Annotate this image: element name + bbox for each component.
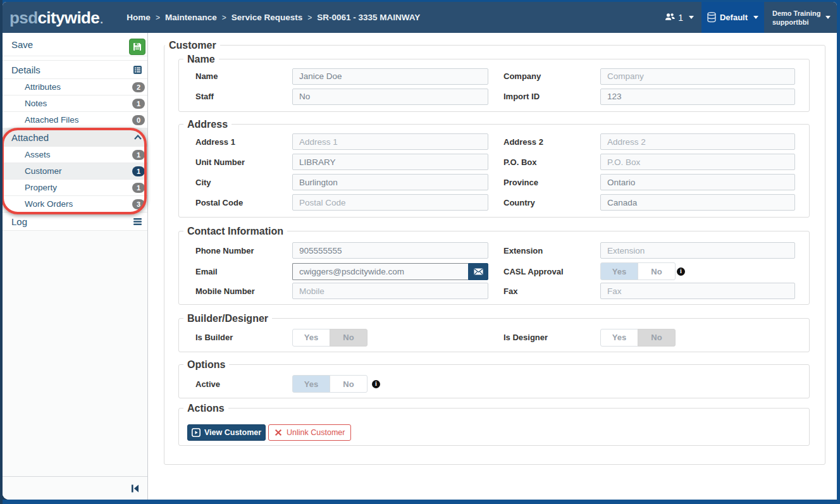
breadcrumb-current-page: SR-0061 - 3335 MAINWAY — [317, 13, 420, 22]
sidebar-item-notes[interactable]: Notes 1 — [3, 95, 147, 112]
postal-code-input[interactable] — [292, 194, 488, 211]
name-section-title: Name — [183, 53, 219, 65]
breadcrumb-separator: > — [307, 13, 312, 22]
logo-prefix: psd — [9, 9, 37, 26]
name-input[interactable] — [292, 68, 488, 85]
sidebar-item-attributes[interactable]: Attributes 2 — [3, 79, 147, 95]
times-icon — [275, 429, 287, 436]
options-section-title: Options — [183, 359, 229, 371]
sessions-dropdown[interactable]: 1 — [665, 13, 694, 23]
city-field-label: City — [195, 178, 292, 187]
user-account-name: supportbbi — [772, 18, 820, 27]
navbar-right-group: 1 Default Demo T — [665, 2, 837, 33]
options-section: Options Active Yes No i — [178, 359, 810, 398]
active-yes-button[interactable]: Yes — [292, 375, 330, 393]
address2-input[interactable] — [600, 133, 795, 150]
sidebar-section-log[interactable]: Log — [3, 212, 147, 231]
breadcrumb-service-requests[interactable]: Service Requests — [232, 13, 303, 22]
sidebar-item-attached-files[interactable]: Attached Files 0 — [3, 112, 147, 128]
mobile-input[interactable] — [292, 283, 488, 299]
assets-count-badge: 1 — [132, 150, 145, 160]
sidebar-item-customer[interactable]: Customer 1 — [3, 163, 147, 180]
breadcrumb: Home > Maintenance > Service Requests > … — [127, 13, 420, 22]
contact-section: Contact Information Phone Number Extensi… — [178, 225, 810, 305]
notes-count-badge: 1 — [132, 99, 145, 109]
city-input[interactable] — [292, 174, 488, 190]
active-no-button[interactable]: No — [330, 375, 368, 393]
active-info-icon[interactable]: i — [372, 380, 380, 388]
casl-info-icon[interactable]: i — [677, 267, 685, 276]
sidebar-item-property[interactable]: Property 1 — [3, 180, 147, 196]
assets-label: Assets — [25, 150, 51, 159]
application-window: psdcitywide. Home > Maintenance > Servic… — [0, 0, 840, 504]
sidebar-save-row[interactable]: Save — [3, 33, 147, 56]
view-customer-button[interactable]: View Customer — [187, 424, 266, 441]
po-box-input[interactable] — [600, 154, 795, 170]
caret-down-icon — [753, 16, 758, 19]
session-count: 1 — [678, 13, 683, 23]
builder-designer-section: Builder/Designer Is Builder Yes No Is De… — [178, 312, 810, 352]
casl-approval-no-button[interactable]: No — [638, 262, 676, 280]
casl-approval-toggle: Yes No — [600, 262, 676, 280]
extension-field-label: Extension — [503, 246, 600, 255]
province-input[interactable] — [600, 174, 795, 190]
name-field-label: Name — [195, 71, 292, 81]
send-email-button[interactable] — [468, 263, 488, 280]
import-id-field-label: Import ID — [503, 92, 600, 101]
is-designer-no-button[interactable]: No — [638, 329, 676, 347]
address1-input[interactable] — [292, 133, 488, 150]
import-id-input[interactable] — [600, 89, 795, 105]
actions-section-title: Actions — [183, 402, 228, 414]
breadcrumb-home[interactable]: Home — [127, 13, 151, 22]
casl-approval-yes-button[interactable]: Yes — [600, 262, 638, 280]
staff-input[interactable] — [292, 89, 488, 105]
country-input[interactable] — [600, 194, 795, 211]
is-builder-no-button[interactable]: No — [330, 329, 368, 347]
psdcitywide-logo[interactable]: psdcitywide. — [9, 9, 102, 26]
is-builder-yes-button[interactable]: Yes — [292, 329, 330, 347]
staff-field-label: Staff — [195, 92, 292, 101]
sidebar-item-assets[interactable]: Assets 1 — [3, 147, 147, 163]
caret-down-icon — [825, 16, 831, 19]
unlink-customer-button[interactable]: Unlink Customer — [268, 424, 351, 441]
notes-label: Notes — [25, 99, 47, 108]
work-orders-label: Work Orders — [25, 199, 73, 209]
postal-code-field-label: Postal Code — [195, 198, 292, 207]
caret-down-icon — [689, 16, 694, 19]
collapse-sidebar-icon[interactable] — [131, 484, 139, 493]
active-field-label: Active — [195, 379, 292, 389]
work-orders-count-badge: 3 — [132, 199, 145, 209]
address-section: Address Address 1 Address 2 Unit Number — [178, 118, 810, 218]
customer-count-badge: 1 — [132, 166, 145, 176]
user-menu[interactable]: Demo Training supportbbi — [764, 9, 837, 27]
breadcrumb-maintenance[interactable]: Maintenance — [165, 13, 217, 22]
fax-input[interactable] — [600, 283, 795, 299]
unit-number-input[interactable] — [292, 154, 488, 170]
is-designer-field-label: Is Designer — [503, 333, 600, 342]
property-label: Property — [25, 183, 57, 192]
casl-approval-field-label: CASL Approval — [503, 267, 600, 276]
save-button[interactable] — [129, 39, 145, 55]
top-navbar: psdcitywide. Home > Maintenance > Servic… — [3, 2, 837, 33]
email-input[interactable] — [292, 263, 468, 280]
database-selector-button[interactable]: Default — [701, 2, 764, 33]
users-icon — [665, 13, 676, 23]
is-builder-toggle: Yes No — [292, 329, 488, 347]
attached-label: Attached — [11, 132, 49, 143]
details-label: Details — [11, 65, 40, 75]
sidebar-section-attached[interactable]: Attached — [3, 128, 147, 147]
customer-panel: Customer Name Name Company Staff — [164, 39, 825, 465]
sidebar-section-details[interactable]: Details — [3, 61, 147, 79]
extension-input[interactable] — [600, 242, 795, 259]
save-label: Save — [11, 39, 33, 50]
is-designer-yes-button[interactable]: Yes — [600, 329, 638, 347]
company-input[interactable] — [600, 68, 795, 85]
mobile-field-label: Mobile Number — [195, 286, 292, 296]
property-count-badge: 1 — [132, 183, 145, 193]
address-section-title: Address — [183, 118, 232, 130]
sidebar-item-work-orders[interactable]: Work Orders 3 — [3, 196, 147, 212]
phone-field-label: Phone Number — [195, 246, 292, 255]
is-builder-field-label: Is Builder — [195, 333, 292, 342]
phone-input[interactable] — [292, 242, 488, 259]
database-selector-label: Default — [720, 13, 748, 22]
